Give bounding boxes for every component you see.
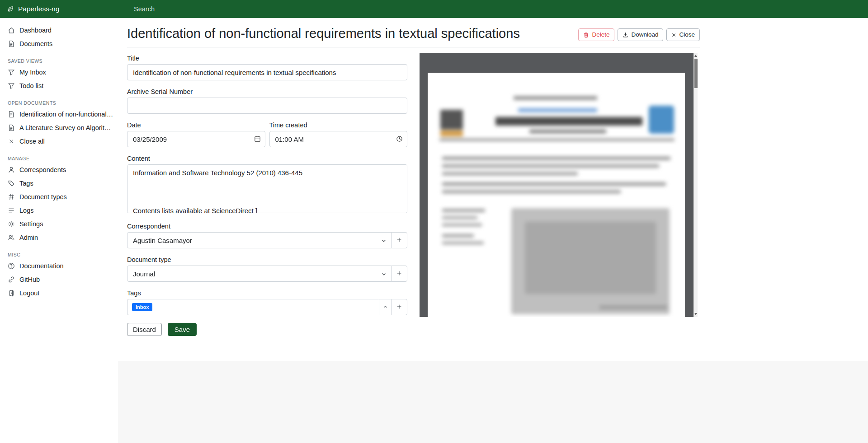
blurred-sidebar-line xyxy=(442,216,477,219)
tag-icon xyxy=(8,180,15,187)
sidebar-open-document-1[interactable]: Identification of non-functional require… xyxy=(0,107,118,121)
hash-icon xyxy=(8,193,15,201)
blurred-sidebar-line xyxy=(442,242,484,244)
sidebar-item-documents[interactable]: Documents xyxy=(0,37,118,51)
content-textarea[interactable]: Information and Software Technology 52 (… xyxy=(127,164,407,213)
sidebar-item-label: GitHub xyxy=(19,276,40,283)
archive-serial-number-input[interactable] xyxy=(127,98,407,114)
blurred-title-line xyxy=(495,117,642,126)
blurred-subtitle-line xyxy=(529,130,606,133)
blurred-divider-line xyxy=(439,139,675,140)
delete-button[interactable]: Delete xyxy=(578,28,614,41)
plus-icon xyxy=(396,303,402,311)
trash-icon xyxy=(583,32,589,38)
scroll-down-arrow-icon[interactable] xyxy=(694,313,697,315)
header-buttons: Delete Download Close xyxy=(578,28,700,41)
tags-input[interactable]: Inbox xyxy=(127,299,379,315)
sidebar-item-label: Admin xyxy=(19,234,38,241)
sidebar-item-todo-list[interactable]: Todo list xyxy=(0,79,118,93)
blurred-paragraph-line xyxy=(442,157,670,160)
blurred-paragraph-line xyxy=(442,164,659,168)
plus-icon xyxy=(396,270,402,278)
sidebar-item-document-types[interactable]: Document types xyxy=(0,190,118,204)
blurred-paragraph-line xyxy=(442,190,621,193)
person-icon xyxy=(8,166,15,173)
file-text-icon xyxy=(8,124,15,131)
download-button[interactable]: Download xyxy=(618,28,663,41)
blurred-sidebar-line xyxy=(442,234,474,237)
discard-button[interactable]: Discard xyxy=(127,323,162,336)
correspondent-label: Correspondent xyxy=(127,223,407,230)
scroll-up-arrow-icon[interactable] xyxy=(694,55,697,57)
list-icon xyxy=(8,207,15,214)
document-edit-form: Title Archive Serial Number Date xyxy=(127,52,407,336)
download-button-label: Download xyxy=(631,31,658,39)
blurred-journal-logo-accent xyxy=(440,131,463,136)
sidebar-item-label: Logout xyxy=(19,289,39,297)
save-button[interactable]: Save xyxy=(168,323,197,336)
date-label: Date xyxy=(127,121,265,129)
asn-label: Archive Serial Number xyxy=(127,88,407,95)
sidebar-item-correspondents[interactable]: Correspondents xyxy=(0,163,118,177)
sidebar-close-all[interactable]: Close all xyxy=(0,135,118,148)
sidebar-item-label: Close all xyxy=(19,138,45,145)
preview-scrollbar[interactable] xyxy=(693,53,698,317)
document-type-select[interactable]: Journal xyxy=(127,266,392,282)
blurred-caption-line xyxy=(599,306,667,309)
sidebar-item-label: Document types xyxy=(19,193,67,201)
add-tag-button[interactable] xyxy=(391,299,407,315)
pdf-viewer[interactable] xyxy=(420,53,698,317)
sidebar-item-github[interactable]: GitHub xyxy=(0,273,118,286)
funnel-icon xyxy=(8,69,15,76)
sidebar-item-label: Logs xyxy=(19,207,33,214)
page-header: Identification of non-functional require… xyxy=(127,18,700,47)
sidebar-item-logs[interactable]: Logs xyxy=(0,204,118,217)
open-documents-header: OPEN DOCUMENTS xyxy=(0,93,118,107)
sidebar: Dashboard Documents SAVED VIEWS My Inbox… xyxy=(0,18,118,443)
add-correspondent-button[interactable] xyxy=(391,232,407,248)
saved-views-header: SAVED VIEWS xyxy=(0,51,118,65)
open-document-label: Identification of non-functional require… xyxy=(19,111,113,118)
blurred-journal-logo xyxy=(440,110,463,130)
sidebar-item-admin[interactable]: Admin xyxy=(0,231,118,244)
question-circle-icon xyxy=(8,262,15,270)
close-button[interactable]: Close xyxy=(666,28,700,41)
date-input[interactable] xyxy=(127,131,265,147)
close-button-label: Close xyxy=(679,31,695,39)
sidebar-item-logout[interactable]: Logout xyxy=(0,286,118,300)
funnel-icon xyxy=(8,82,15,89)
document-preview-pane xyxy=(420,53,698,336)
sidebar-item-label: Correspondents xyxy=(19,166,66,173)
blurred-paragraph-line xyxy=(442,172,578,175)
content-label: Content xyxy=(127,155,407,162)
app-brand[interactable]: Paperless-ng xyxy=(0,0,118,18)
leaf-logo-icon xyxy=(7,5,14,13)
open-document-label: A Literature Survey on Algorithms for Mu… xyxy=(19,124,113,131)
file-text-icon xyxy=(8,40,15,47)
blurred-figure-inner xyxy=(525,222,656,294)
sidebar-item-settings[interactable]: Settings xyxy=(0,217,118,231)
download-icon xyxy=(623,32,628,38)
page-title: Identification of non-functional require… xyxy=(127,25,520,42)
correspondent-select[interactable]: Agustin Casamayor xyxy=(127,232,392,248)
title-input[interactable] xyxy=(127,64,407,80)
close-icon xyxy=(8,138,15,145)
sidebar-item-label: Documents xyxy=(19,40,52,47)
add-document-type-button[interactable] xyxy=(391,266,407,282)
sidebar-item-documentation[interactable]: Documentation xyxy=(0,259,118,273)
time-created-input[interactable] xyxy=(269,131,408,147)
pdf-page xyxy=(428,73,685,317)
link-icon xyxy=(8,276,15,283)
sidebar-item-tags[interactable]: Tags xyxy=(0,177,118,190)
plus-icon xyxy=(396,237,402,244)
blurred-sidebar-line xyxy=(442,224,482,226)
preview-scrollbar-thumb[interactable] xyxy=(694,59,698,88)
tag-badge-inbox[interactable]: Inbox xyxy=(132,303,152,311)
sidebar-item-label: Tags xyxy=(19,180,33,187)
sidebar-item-dashboard[interactable]: Dashboard xyxy=(0,23,118,37)
tags-dropdown-toggle-button[interactable] xyxy=(379,299,392,315)
sidebar-open-document-2[interactable]: A Literature Survey on Algorithms for Mu… xyxy=(0,121,118,135)
search-input[interactable] xyxy=(118,5,660,13)
sidebar-item-my-inbox[interactable]: My Inbox xyxy=(0,65,118,79)
blurred-sidebar-line xyxy=(442,209,485,212)
